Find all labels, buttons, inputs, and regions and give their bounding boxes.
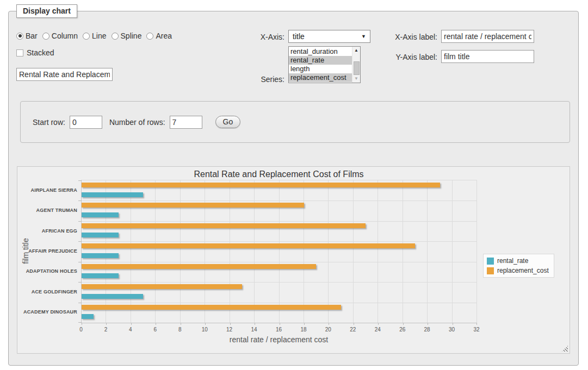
gridline [254,180,255,323]
gridline [155,180,156,323]
x-tick-label: 18 [300,327,306,333]
chart-type-label: Bar [26,32,38,40]
scroll-up-icon[interactable]: ▲ [352,47,360,54]
x-axis-tick [156,323,156,325]
x-axis-tick [354,323,354,325]
y-axis-tick [78,262,82,262]
x-tick-label: 0 [79,327,83,333]
chart-type-option-bar[interactable]: Bar [16,32,38,40]
x-tick-label: 8 [178,327,182,333]
x-axis-title: rental rate / replacement cost [81,335,476,344]
legend-item-rental_rate[interactable]: rental_rate [487,257,549,265]
x-axis-tick [230,323,231,325]
chart-type-option-area[interactable]: Area [146,32,172,40]
chart-type-label: Spline [121,32,142,40]
series-options: rental_durationrental_ratelengthreplacem… [289,47,352,83]
chart-container: Rental Rate and Replacement Cost of Film… [17,166,570,354]
legend-label: rental_rate [497,257,528,265]
x-axis-tick [205,323,206,325]
gridline [205,180,205,323]
legend-swatch [487,258,494,265]
chart-type-radio-group: BarColumnLineSplineArea [16,32,177,40]
category-separator [82,303,477,303]
series-option-rental_rate[interactable]: rental_rate [289,56,352,65]
start-row-label: Start row: [33,118,65,127]
chart-legend: rental_ratereplacement_cost [483,254,554,278]
chart-type-option-column[interactable]: Column [42,32,78,40]
gridline [476,180,477,323]
stacked-checkbox-row[interactable]: Stacked [16,48,54,57]
gridline [230,180,230,323]
chart-type-option-spline[interactable]: Spline [112,32,142,40]
category-separator [82,282,477,283]
bar-rental_rate [82,253,119,258]
stacked-checkbox[interactable] [16,49,23,57]
radio-spline[interactable] [112,33,119,40]
resize-handle-icon[interactable] [562,346,568,352]
category-separator [82,200,477,201]
gridline [131,180,131,323]
bar-rental_rate [82,233,119,237]
x-axis-label-label: X-Axis label: [380,33,437,41]
bar-replacement_cost [82,284,242,289]
chart-type-label: Column [52,32,78,40]
x-axis-tick [280,323,280,325]
x-tick-label: 14 [251,327,257,333]
chart-title-input[interactable] [16,68,113,81]
y-axis-tick [78,200,82,201]
x-tick-label: 10 [202,327,208,333]
x-axis-label-input[interactable] [441,30,534,43]
chart-title: Rental Rate and Replacement Cost of Film… [81,170,476,179]
gridline [180,180,181,323]
x-tick-label: 30 [449,327,455,333]
series-multiselect[interactable]: rental_durationrental_ratelengthreplacem… [288,46,361,83]
x-axis-select[interactable]: title ▼ [288,30,370,43]
listbox-scrollbar[interactable]: ▲ ▼ [352,47,360,83]
row-range-controls: Start row: Number of rows: Go [33,102,240,142]
x-axis-tick [181,323,181,325]
value-axis-tick-labels: 02468101214161820222426283032 [81,327,476,333]
start-row-input[interactable] [70,116,102,129]
chart-type-option-line[interactable]: Line [83,32,106,40]
category-label: ACE GOLDFINGER [17,289,77,294]
radio-bar[interactable] [16,33,23,40]
x-axis-select-value: title [293,32,305,41]
radio-column[interactable] [42,33,49,40]
x-axis-tick [131,323,132,325]
x-tick-label: 4 [129,327,132,333]
series-option-length[interactable]: length [289,65,352,73]
y-axis-label-label: Y-Axis label: [380,53,437,61]
scrollbar-thumb[interactable] [354,61,360,75]
bar-replacement_cost [82,223,366,228]
x-axis-select-label: X-Axis: [234,33,284,41]
series-select-label: Series: [234,75,284,84]
category-label: ADAPTATION HOLES [17,268,77,274]
y-axis-tick [78,322,82,323]
bar-replacement_cost [82,305,341,310]
category-separator [82,262,477,262]
x-axis-tick [378,323,379,325]
chart-type-label: Line [92,32,106,40]
radio-line[interactable] [83,33,90,40]
chart-type-label: Area [156,32,172,40]
x-axis-tick [403,323,404,325]
x-axis-tick [255,323,255,325]
y-axis-tick [78,221,82,222]
number-of-rows-input[interactable] [170,116,202,129]
series-option-replacement_cost[interactable]: replacement_cost [289,73,352,82]
legend-swatch [487,267,494,274]
bar-rental_rate [82,212,119,217]
gridline [328,180,329,323]
legend-item-replacement_cost[interactable]: replacement_cost [487,267,549,274]
x-tick-label: 16 [276,327,282,333]
x-tick-label: 6 [154,327,157,333]
go-button[interactable]: Go [215,116,241,128]
number-of-rows-label: Number of rows: [109,118,165,127]
gridline [279,180,280,323]
y-axis-tick [78,282,82,283]
scroll-down-icon[interactable]: ▼ [352,76,360,82]
x-axis-tick [453,323,453,325]
series-option-rental_duration[interactable]: rental_duration [289,47,352,56]
y-axis-label-input[interactable] [441,50,534,63]
radio-area[interactable] [146,33,153,40]
